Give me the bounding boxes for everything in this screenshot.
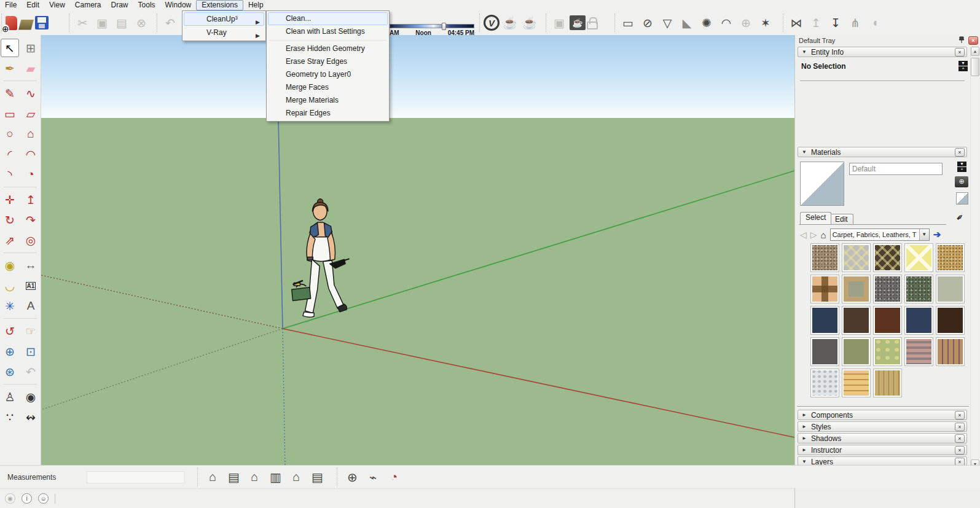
tool-pie[interactable]: ◔ [22, 165, 40, 184]
submenu-item-geometry-to-layer0[interactable]: Geometry to Layer0 [268, 68, 388, 81]
material-swatch-16[interactable] [810, 337, 839, 366]
tool-paint-bucket[interactable]: ✒ [1, 59, 19, 77]
panel-instructor[interactable]: ►Instructor× [798, 445, 967, 455]
vray-render-interactive-button[interactable]: ☕ [520, 14, 539, 32]
material-name-field[interactable] [849, 163, 943, 175]
submenu-item-repair-edges[interactable]: Repair Edges [268, 107, 388, 120]
scrollbar-thumb[interactable] [971, 58, 979, 76]
tool-protractor[interactable]: ◡ [1, 276, 19, 295]
export-proxy-button[interactable]: ↧ [826, 14, 845, 32]
save-button[interactable] [35, 16, 49, 29]
entity-info-close-button[interactable]: × [955, 48, 965, 57]
clipper-button[interactable]: ◖ [866, 14, 884, 32]
tray-scrollbar[interactable]: ▲ ▼ [970, 47, 979, 469]
infinite-plane-button[interactable]: ⋈ [787, 14, 806, 32]
tool-walk[interactable]: ∵ [1, 408, 19, 426]
menu-item-cleanup[interactable]: CleanUp³▶ [184, 12, 264, 26]
submenu-item-erase-stray-edges[interactable]: Erase Stray Edges [268, 55, 388, 68]
view-back-button[interactable]: ⌂ [286, 468, 306, 487]
material-swatch-18[interactable] [873, 337, 902, 366]
tool-freehand[interactable]: ∿ [22, 84, 40, 103]
new-button[interactable] [6, 16, 17, 30]
eyedropper-icon[interactable]: ✒ [954, 211, 966, 224]
material-swatch-22[interactable] [842, 369, 871, 397]
submenu-item-erase-hidden-geometry[interactable]: Erase Hidden Geometry [268, 42, 388, 55]
tool-polygon[interactable]: ⌂ [22, 125, 40, 143]
tray-close-button[interactable]: × [968, 36, 978, 45]
view-left-button[interactable]: ▤ [307, 468, 327, 487]
tool-rotated-rectangle[interactable]: ▱ [22, 104, 40, 123]
tool-move[interactable]: ✛ [1, 190, 19, 209]
back-arrow-icon[interactable]: ◁ [800, 230, 807, 240]
view-top-button[interactable]: ▤ [224, 468, 243, 487]
submenu-item-clean[interactable]: Clean... [268, 12, 388, 25]
material-swatch-12[interactable] [842, 306, 871, 335]
menu-help[interactable]: Help [243, 0, 269, 10]
material-swatch-20[interactable] [936, 337, 965, 366]
dome-light-button[interactable]: ◠ [717, 14, 735, 32]
material-swatch-9[interactable] [904, 275, 933, 303]
cut-button[interactable]: ✂ [73, 14, 92, 32]
set-north-tool-button[interactable]: ⌁ [363, 468, 383, 487]
panel-close-button[interactable]: × [955, 411, 965, 420]
material-swatch-15[interactable] [936, 306, 965, 335]
rectangle-light-button[interactable]: ▭ [619, 14, 637, 32]
tool-text[interactable]: A1 [22, 276, 40, 295]
sign-in-icon[interactable]: ☺ [38, 493, 49, 504]
material-swatch-21[interactable] [810, 369, 839, 397]
menu-draw[interactable]: Draw [106, 0, 133, 10]
tool-make-component[interactable]: ⊞ [22, 39, 40, 57]
tool-orbit[interactable]: ↺ [1, 322, 19, 340]
shadow-time-slider[interactable]: AM Noon 04:45 PM [390, 24, 474, 36]
panel-close-button[interactable]: × [955, 446, 965, 455]
menu-view[interactable]: View [44, 0, 70, 10]
material-swatch-3[interactable] [873, 243, 902, 272]
undo-button[interactable]: ↶ [161, 14, 179, 32]
tool-3d-text[interactable]: A [22, 297, 40, 315]
menu-tools[interactable]: Tools [133, 0, 160, 10]
tool-follow-me[interactable]: ↷ [22, 211, 40, 229]
menu-file[interactable]: File [0, 0, 22, 10]
entity-details-icon[interactable]: ▼+ [958, 61, 968, 71]
tool-dimension[interactable]: ↔ [22, 256, 40, 275]
details-arrow-icon[interactable]: ➔ [933, 229, 941, 240]
delete-button[interactable]: ⊗ [132, 14, 151, 32]
tool-zoom-window[interactable]: ⊡ [22, 342, 40, 361]
panel-materials[interactable]: ▼ Materials × [798, 147, 967, 157]
tool-select[interactable]: ↖ [1, 39, 19, 57]
view-right-button[interactable]: ▥ [265, 468, 285, 487]
paste-button[interactable]: ▤ [112, 14, 131, 32]
tool-previous[interactable]: ↶ [22, 362, 40, 381]
material-swatch-1[interactable] [810, 243, 839, 272]
ies-light-button[interactable]: ◣ [678, 14, 696, 32]
open-button[interactable] [18, 20, 34, 30]
forward-arrow-icon[interactable]: ▷ [810, 230, 817, 240]
menu-extensions[interactable]: Extensions [196, 0, 243, 10]
material-swatch-14[interactable] [904, 306, 933, 335]
spot-light-button[interactable]: ▽ [658, 14, 676, 32]
material-swatch-11[interactable] [810, 306, 839, 335]
material-swatch-10[interactable] [936, 275, 965, 303]
render-lock-button[interactable] [587, 21, 598, 29]
submenu-item-clean-with-last-settings[interactable]: Clean with Last Settings [268, 25, 388, 38]
menu-edit[interactable]: Edit [22, 0, 44, 10]
measurements-field[interactable] [87, 471, 185, 483]
panel-close-button[interactable]: × [955, 434, 965, 443]
geolocation-status-icon[interactable]: ◉ [5, 493, 15, 504]
material-swatch-23[interactable] [873, 369, 902, 397]
tool-scale[interactable]: ⇗ [1, 231, 19, 249]
panel-entity-info[interactable]: ▼ Entity Info × [798, 47, 967, 57]
material-swatch-6[interactable] [810, 275, 839, 303]
tool-turn-tool[interactable]: ↭ [22, 408, 40, 426]
tool-offset[interactable]: ◎ [22, 231, 40, 249]
materials-details-icon[interactable]: ▼+ [957, 162, 966, 172]
omni-light-button[interactable]: ✺ [697, 14, 716, 32]
material-swatch-13[interactable] [873, 306, 902, 335]
submenu-item-merge-materials[interactable]: Merge Materials [268, 94, 388, 107]
tool-eraser[interactable]: ▰ [22, 59, 40, 77]
fur-button[interactable]: ⋔ [846, 14, 864, 32]
submenu-item-merge-faces[interactable]: Merge Faces [268, 81, 388, 94]
menu-item-v-ray[interactable]: V-Ray▶ [184, 26, 264, 39]
view-iso-button[interactable]: ⌂ [203, 468, 222, 487]
scroll-up-icon[interactable]: ▲ [971, 47, 979, 56]
